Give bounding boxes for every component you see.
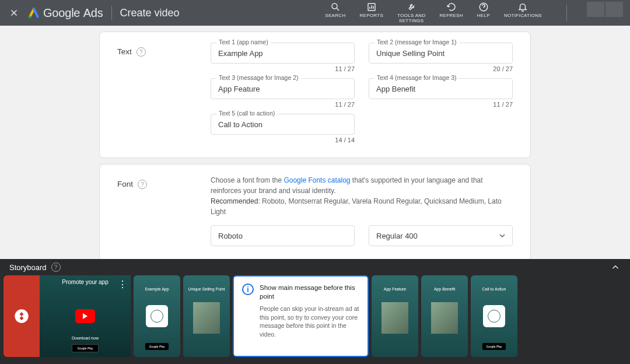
font-family-input[interactable] xyxy=(211,225,355,246)
text1-field: Text 1 (app name) 11 / 27 xyxy=(211,43,355,72)
app-icon xyxy=(483,305,505,327)
info-icon: i xyxy=(242,284,254,295)
text5-field: Text 5 (call to action) 14 / 14 xyxy=(211,114,355,144)
text4-input[interactable] xyxy=(369,78,513,99)
close-icon[interactable] xyxy=(7,6,21,20)
section-label-text: Text xyxy=(117,47,132,56)
nav-reports[interactable]: REPORTS xyxy=(359,2,383,19)
chevron-down-icon xyxy=(499,234,505,237)
svg-point-0 xyxy=(29,16,31,18)
google-ads-logo: Google Ads xyxy=(28,6,103,20)
section-label-font: Font xyxy=(117,180,133,188)
help-icon xyxy=(478,2,489,12)
nav-tools[interactable]: TOOLS AND SETTINGS xyxy=(397,2,425,24)
font-family-field xyxy=(211,225,355,246)
wrench-icon xyxy=(406,2,416,12)
char-count: 11 / 27 xyxy=(369,101,513,108)
char-count: 20 / 27 xyxy=(369,65,513,72)
storyboard-tip: i Show main message before this point Pe… xyxy=(233,275,369,357)
app-icon xyxy=(13,308,30,324)
text-card: Text ? Text 1 (app name) 11 / 27 Text 2 … xyxy=(99,32,531,158)
storyboard-panel: Storyboard ? Promote your app ⋮ Download… xyxy=(0,259,630,364)
video-preview[interactable]: Promote your app ⋮ Download now Google P… xyxy=(4,275,131,357)
svg-point-4 xyxy=(15,309,28,323)
char-count: 11 / 27 xyxy=(211,65,355,72)
storyboard-frame-4[interactable]: App Benefit xyxy=(421,275,468,357)
page-title: Create video xyxy=(120,7,180,19)
preview-title: Promote your app xyxy=(62,279,108,285)
store-badge: Google Play xyxy=(482,343,506,350)
bell-icon xyxy=(517,2,528,12)
font-description: Choose a font from the Google Fonts cata… xyxy=(211,175,513,217)
main-content: Text ? Text 1 (app name) 11 / 27 Text 2 … xyxy=(0,26,630,259)
chevron-up-icon[interactable] xyxy=(610,262,621,272)
text2-field: Text 2 (message for Image 1) 20 / 27 xyxy=(369,43,513,72)
char-count: 11 / 27 xyxy=(211,101,355,108)
tip-title: Show main message before this point xyxy=(260,284,359,301)
font-weight-field: Regular 400 xyxy=(369,225,513,246)
logo-text: Google Ads xyxy=(43,6,103,20)
divider xyxy=(566,5,567,21)
font-card: Font ? Choose a font from the Google Fon… xyxy=(99,164,531,259)
text4-field: Text 4 (message for Image 3) 11 / 27 xyxy=(369,78,513,108)
text1-input[interactable] xyxy=(211,43,355,64)
storyboard-frame-5[interactable]: Call to Action Google Play xyxy=(471,275,517,357)
youtube-play-icon[interactable] xyxy=(75,309,95,323)
help-icon[interactable]: ? xyxy=(138,180,147,189)
app-icon xyxy=(146,305,168,327)
storyboard-frame-2[interactable]: Unique Selling Point xyxy=(183,275,230,357)
account-placeholder xyxy=(587,2,623,17)
frame-image xyxy=(193,302,220,334)
storyboard-label: Storyboard xyxy=(9,263,47,272)
text3-input[interactable] xyxy=(211,78,355,99)
text3-field: Text 3 (message for Image 2) 11 / 27 xyxy=(211,78,355,108)
download-label: Download now xyxy=(59,336,111,342)
tip-desc: People can skip your in-stream ad at thi… xyxy=(260,304,359,339)
top-bar: Google Ads Create video SEARCH REPORTS T… xyxy=(0,0,630,26)
store-badge: Google Play xyxy=(145,343,169,350)
search-icon xyxy=(330,2,341,12)
nav-search[interactable]: SEARCH xyxy=(325,2,345,19)
reports-icon xyxy=(366,2,377,12)
nav-refresh[interactable]: REFRESH xyxy=(439,2,463,19)
char-count: 14 / 14 xyxy=(211,136,355,144)
storyboard-frame-1[interactable]: Example App Google Play xyxy=(134,275,180,357)
frame-image xyxy=(431,302,458,334)
storyboard-frame-3[interactable]: App Feature xyxy=(372,275,418,357)
ads-logo-icon xyxy=(28,7,40,19)
nav-help[interactable]: HELP xyxy=(477,2,490,19)
font-weight-select[interactable]: Regular 400 xyxy=(369,225,513,246)
store-badge: Google Play xyxy=(72,344,99,352)
help-icon[interactable]: ? xyxy=(51,262,61,272)
frame-image xyxy=(382,302,408,334)
text2-input[interactable] xyxy=(369,43,513,64)
nav-notifications[interactable]: NOTIFICATIONS xyxy=(504,2,542,19)
text5-input[interactable] xyxy=(211,114,355,135)
svg-point-1 xyxy=(332,4,337,9)
refresh-icon xyxy=(446,2,457,12)
menu-icon[interactable]: ⋮ xyxy=(118,279,127,290)
divider xyxy=(111,6,112,20)
fonts-catalog-link[interactable]: Google Fonts catalog xyxy=(284,176,350,184)
help-icon[interactable]: ? xyxy=(136,47,146,57)
